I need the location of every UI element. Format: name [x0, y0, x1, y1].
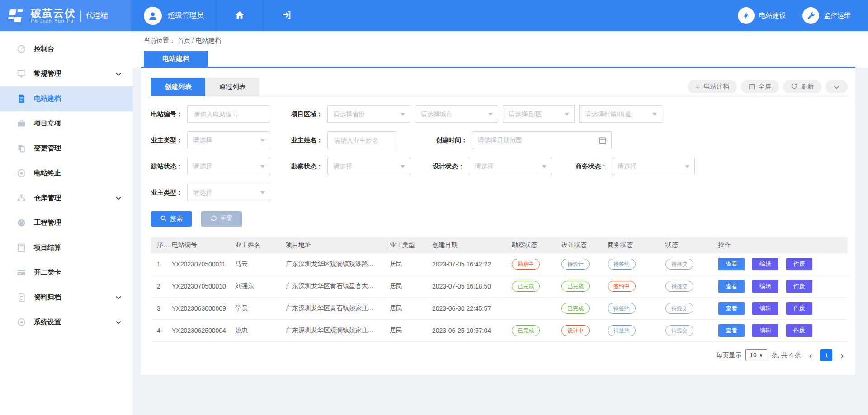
briefcase-icon [16, 119, 26, 129]
card-toolbar: + 电站建档 全屏 刷新 [688, 80, 848, 93]
add-station-archive-button[interactable]: + 电站建档 [688, 80, 737, 93]
edit-button[interactable]: 编辑 [752, 302, 778, 315]
sidebar-item-engineering-mgmt[interactable]: 工程管理 [0, 210, 133, 235]
user-avatar-icon [144, 7, 162, 25]
prev-page-icon[interactable]: ‹ [809, 351, 812, 360]
chevron-down-icon [116, 296, 121, 299]
per-page-select[interactable]: 10 ∨ [745, 349, 767, 361]
top-header: 破茧云伏 Po Jian Yun Fu 代理端 超级管理员 [0, 0, 868, 31]
calendar-icon [599, 136, 607, 146]
nav-monitor-ops[interactable]: 监控运维 [802, 7, 851, 24]
sidebar-item-file-archive[interactable]: 资料归档 [0, 285, 133, 310]
sidebar-item-system-settings[interactable]: 系统设置 [0, 310, 133, 335]
province-select[interactable]: 请选择省份 [327, 105, 410, 123]
document-icon [16, 94, 26, 104]
edit-button[interactable]: 编辑 [752, 258, 778, 270]
sidebar-item-console[interactable]: 控制台 [0, 37, 133, 61]
refresh-button[interactable]: 刷新 [783, 80, 821, 93]
next-page-icon[interactable]: › [840, 351, 844, 360]
nav-station-build[interactable]: 电站建设 [738, 7, 786, 24]
nav-station-build-label: 电站建设 [759, 11, 786, 20]
city-select[interactable]: 请选择城市 [415, 105, 498, 123]
view-button[interactable]: 查看 [718, 258, 745, 270]
caret-down-icon [401, 113, 405, 118]
status-badge: 设计中 [561, 325, 590, 336]
home-button[interactable] [216, 0, 263, 31]
town-select[interactable]: 请选择村镇/街道 [579, 105, 662, 123]
refresh-icon [791, 83, 797, 91]
sidebar-item-station-termination[interactable]: 电站终止 [0, 161, 133, 186]
file-icon [16, 293, 26, 303]
sidebar-item-project-initiation[interactable]: 项目立项 [0, 111, 133, 136]
copy-files-icon [16, 144, 26, 154]
survey-status-select[interactable]: 请选择 [327, 158, 410, 175]
sidebar-item-label: 电站建档 [34, 94, 61, 103]
county-select[interactable]: 请选择县/区 [503, 105, 575, 123]
owner-type-select[interactable]: 请选择 [187, 131, 270, 149]
tab-passed-list[interactable]: 通过列表 [205, 78, 259, 96]
dashboard-icon [16, 218, 26, 228]
status-badge: 已完成 [512, 281, 540, 292]
sidebar-item-warehouse-mgmt[interactable]: 仓库管理 [0, 186, 133, 210]
create-time-label: 创建时间： [396, 136, 467, 145]
reset-button[interactable]: 重置 [201, 211, 242, 227]
station-table: 序号 电站编号 业主姓名 项目地址 业主类型 创建日期 勘察状态 设计状态 商务… [151, 237, 848, 342]
view-button[interactable]: 查看 [718, 302, 745, 315]
void-button[interactable]: 作废 [786, 258, 812, 270]
table-row: 3 YX2023063000009 学员 广东深圳龙华区黄石镇姚家庄... 居民… [151, 298, 848, 320]
void-button[interactable]: 作废 [786, 280, 812, 293]
logout-icon [282, 10, 292, 22]
logout-button[interactable] [263, 0, 310, 31]
sidebar-item-label: 开二类卡 [34, 268, 61, 277]
pagination: 每页显示 10 ∨ 条, 共 4 条 ‹ 1 › [151, 349, 848, 361]
breadcrumb: 当前位置： 首页 / 电站建档 [133, 31, 868, 51]
sidebar-item-label: 项目结算 [34, 243, 61, 252]
filter-form: 电站编号： 项目区域： 请选择省份 请选择城市 [151, 96, 848, 201]
owner-name-input-wrap [327, 131, 396, 149]
caret-down-icon [260, 191, 265, 196]
void-button[interactable]: 作废 [786, 302, 812, 315]
sidebar-item-station-archive[interactable]: 电站建档 [0, 86, 133, 111]
edit-button[interactable]: 编辑 [752, 324, 778, 337]
brand-subtitle: Po Jian Yun Fu [31, 19, 76, 24]
build-status-select[interactable]: 请选择 [187, 158, 270, 175]
sidebar-item-label: 控制台 [34, 45, 54, 53]
view-button[interactable]: 查看 [718, 280, 745, 293]
status-badge: 待签约 [608, 259, 636, 270]
caret-down-icon [565, 113, 569, 118]
status-badge: 已完成 [561, 303, 590, 314]
owner-name-input[interactable] [333, 136, 391, 145]
sidebar-item-general-mgmt[interactable]: 常规管理 [0, 61, 133, 86]
sidebar-item-label: 电站终止 [34, 169, 61, 177]
status-badge: 待签约 [608, 303, 636, 314]
void-button[interactable]: 作废 [786, 324, 812, 337]
search-button[interactable]: 搜索 [151, 211, 192, 227]
breadcrumb-label: 当前位置： [144, 37, 175, 45]
fullscreen-button[interactable]: 全屏 [741, 80, 779, 93]
sidebar-item-project-settlement[interactable]: 项目结算 [0, 235, 133, 260]
header-quick-nav: 电站建设 监控运维 [738, 0, 868, 31]
date-range-picker[interactable]: 请选择日期范围 [472, 131, 612, 149]
sidebar-item-change-mgmt[interactable]: 变更管理 [0, 136, 133, 161]
page-number-active[interactable]: 1 [820, 349, 832, 361]
page-tab-station-archive[interactable]: 电站建档 [144, 51, 208, 67]
sidebar-item-type2-card[interactable]: 开二类卡 [0, 260, 133, 285]
business-status-select[interactable]: 请选择 [612, 158, 695, 175]
station-code-input[interactable] [193, 110, 264, 118]
total-count-label: 条, 共 4 条 [771, 351, 801, 359]
current-user[interactable]: 超级管理员 [132, 0, 216, 31]
edit-button[interactable]: 编辑 [752, 280, 778, 293]
design-status-select[interactable]: 请选择 [469, 158, 552, 175]
view-button[interactable]: 查看 [718, 324, 745, 337]
tab-created-list[interactable]: 创建列表 [151, 78, 205, 96]
caret-down-icon [652, 113, 657, 118]
monitor-icon [16, 69, 26, 79]
owner-type2-select[interactable]: 请选择 [187, 184, 270, 201]
wrench-icon [802, 7, 819, 24]
table-row: 2 YX2023070500010 刘强东 广东深圳龙华区黄石镇星官大... 居… [151, 275, 848, 298]
reset-icon [210, 215, 217, 223]
business-status-label: 商务状态： [552, 163, 607, 171]
collapse-filters-button[interactable] [826, 80, 848, 93]
station-code-label: 电站编号： [151, 110, 183, 118]
survey-status-label: 勘察状态： [270, 163, 323, 171]
